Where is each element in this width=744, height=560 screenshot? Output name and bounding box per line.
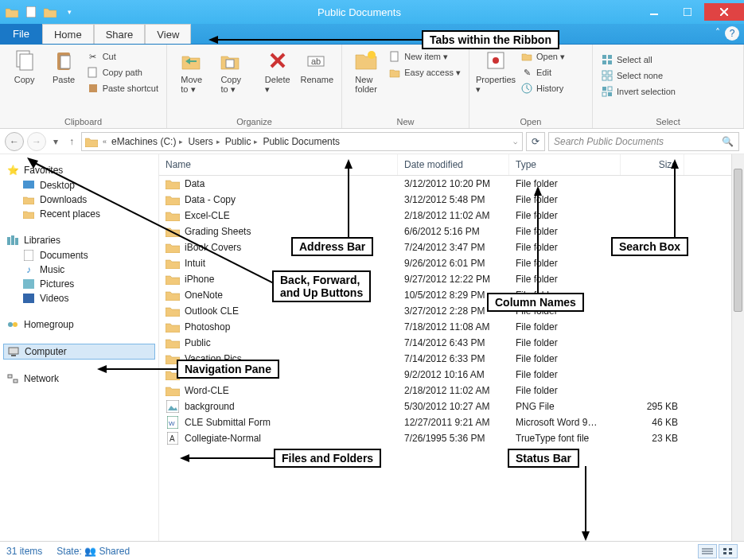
breadcrumb-seg[interactable]: Public Documents <box>263 136 340 147</box>
file-row[interactable]: WCLE Submittal Form12/27/2011 9:21 AMMic… <box>159 414 744 430</box>
file-size <box>621 325 684 329</box>
view-tab[interactable]: View <box>145 24 191 44</box>
svg-rect-30 <box>608 87 612 91</box>
properties-button[interactable]: Properties ▾ <box>476 48 516 95</box>
file-row[interactable]: Word-CLE2/18/2012 11:02 AMFile folder <box>159 383 744 399</box>
open-button[interactable]: Open ▾ <box>519 49 567 64</box>
col-type[interactable]: Type <box>509 154 621 175</box>
copy-button[interactable]: Copy <box>6 48 42 84</box>
file-date: 2/18/2012 11:02 AM <box>398 383 509 398</box>
svg-rect-31 <box>602 92 606 96</box>
svg-rect-9 <box>88 68 96 77</box>
file-date: 9/27/2012 12:22 PM <box>398 272 509 286</box>
copy-path-button[interactable]: Copy path <box>85 65 160 80</box>
invert-selection-button[interactable]: Invert selection <box>599 84 677 99</box>
history-button[interactable]: History <box>519 81 567 95</box>
file-size <box>621 294 684 297</box>
doc-icon: W <box>166 416 180 429</box>
minimize-ribbon-icon[interactable]: ˄ <box>711 24 725 44</box>
forward-button[interactable]: → <box>27 132 46 151</box>
select-all-button[interactable]: Select all <box>599 52 677 67</box>
refresh-button[interactable]: ⟳ <box>526 132 545 151</box>
svg-marker-70 <box>97 365 107 373</box>
new-item-button[interactable]: New item ▾ <box>387 49 462 64</box>
file-row[interactable]: OneNote10/5/2012 8:29 PMFile folder <box>159 287 744 303</box>
delete-button[interactable]: Delete ▾ <box>259 48 296 95</box>
svg-rect-42 <box>9 348 18 354</box>
organize-group-label: Organize <box>173 115 335 126</box>
qat-dropdown-icon[interactable]: ▾ <box>62 5 76 19</box>
file-row[interactable]: ACollegiate-Normal7/26/1995 5:36 PMTrueT… <box>159 430 744 446</box>
svg-point-16 <box>368 51 376 59</box>
file-type: File folder <box>509 368 621 382</box>
svg-point-19 <box>493 57 499 64</box>
nav-homegroup[interactable]: Homegroup <box>3 317 155 332</box>
callout-statusbar: Status Bar <box>508 449 579 468</box>
search-box[interactable]: Search Public Documents 🔍 <box>548 132 739 151</box>
minimize-button[interactable] <box>637 3 671 21</box>
details-view-button[interactable] <box>698 544 717 558</box>
address-dropdown-icon[interactable]: ⌵ <box>512 138 519 146</box>
back-button[interactable]: ← <box>5 132 24 151</box>
scrollbar-thumb[interactable] <box>734 169 742 312</box>
svg-rect-34 <box>7 237 10 245</box>
file-type: File folder <box>509 272 621 286</box>
svg-rect-35 <box>11 235 14 245</box>
help-icon[interactable]: ? <box>725 26 739 41</box>
file-row[interactable]: Public7/14/2012 6:43 PMFile folder <box>159 335 744 351</box>
file-type: File folder <box>509 177 621 191</box>
file-date: 7/18/2012 11:08 AM <box>398 320 509 334</box>
breadcrumb-seg[interactable]: Users▸ <box>188 136 221 147</box>
file-type: File folder <box>509 240 621 255</box>
up-button[interactable]: ↑ <box>65 132 78 151</box>
callout-tabs: Tabs within the Ribbon <box>422 30 559 49</box>
recent-locations-button[interactable]: ▾ <box>49 132 62 151</box>
select-none-button[interactable]: Select none <box>599 68 677 83</box>
file-name: Public <box>185 337 211 348</box>
nav-videos[interactable]: Videos <box>3 291 155 305</box>
nav-computer[interactable]: Computer <box>3 344 155 360</box>
breadcrumb-seg[interactable]: eMachines (C:)▸ <box>111 136 185 147</box>
svg-line-63 <box>33 162 274 283</box>
cut-button[interactable]: ✂Cut <box>85 49 160 64</box>
file-date: 9/26/2012 6:01 PM <box>398 256 509 270</box>
file-type: File folder <box>509 208 621 223</box>
address-bar[interactable]: « eMachines (C:)▸ Users▸ Public▸ Public … <box>81 132 523 151</box>
ttf-icon: A <box>166 432 180 445</box>
svg-rect-10 <box>89 84 97 92</box>
file-row[interactable]: Outlook CLE3/27/2012 2:28 PMFile folder <box>159 303 744 319</box>
col-date[interactable]: Date modified <box>398 154 509 175</box>
file-row[interactable]: background5/30/2012 10:27 AMPNG File295 … <box>159 399 744 414</box>
file-row[interactable]: Photoshop7/18/2012 11:08 AMFile folder <box>159 319 744 335</box>
paste-button[interactable]: Paste <box>45 48 81 84</box>
breadcrumb-seg[interactable]: Public▸ <box>225 136 260 147</box>
address-bar-row: ← → ▾ ↑ « eMachines (C:)▸ Users▸ Public▸… <box>0 129 744 154</box>
svg-marker-62 <box>345 159 353 169</box>
folder-icon <box>5 5 19 19</box>
drive-icon <box>85 136 98 147</box>
svg-rect-24 <box>608 60 612 64</box>
home-tab[interactable]: Home <box>42 24 94 44</box>
icons-view-button[interactable] <box>719 544 738 558</box>
easy-access-button[interactable]: Easy access ▾ <box>387 65 462 80</box>
move-to-button[interactable]: Move to ▾ <box>173 48 210 95</box>
svg-rect-2 <box>684 8 691 16</box>
copy-to-button[interactable]: Copy to ▾ <box>213 48 250 95</box>
open-folder-icon <box>43 5 57 19</box>
rename-button[interactable]: abRename <box>299 48 336 84</box>
svg-marker-74 <box>582 531 590 541</box>
file-name: Photoshop <box>185 321 230 332</box>
svg-rect-22 <box>608 55 612 59</box>
scrollbar[interactable] <box>731 154 744 541</box>
maximize-button[interactable] <box>671 3 704 21</box>
svg-rect-36 <box>15 238 18 245</box>
svg-point-41 <box>13 322 18 327</box>
share-tab[interactable]: Share <box>94 24 146 44</box>
svg-rect-56 <box>729 548 732 550</box>
file-tab[interactable]: File <box>0 24 42 44</box>
close-button[interactable] <box>704 3 744 21</box>
edit-button[interactable]: ✎Edit <box>519 65 567 80</box>
paste-shortcut-button[interactable]: Paste shortcut <box>85 81 160 95</box>
libraries-icon <box>6 234 19 247</box>
new-folder-button[interactable]: New folder <box>349 48 384 94</box>
